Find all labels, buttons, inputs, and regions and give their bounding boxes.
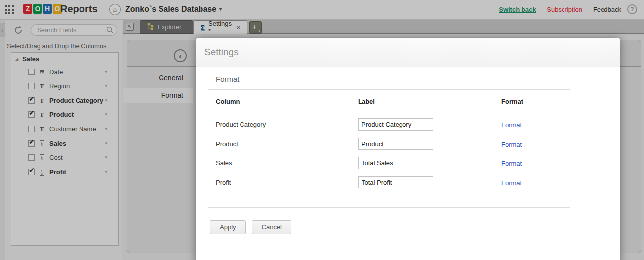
row-label-cell bbox=[358, 138, 501, 150]
format-link[interactable]: Format bbox=[501, 179, 522, 186]
label-input[interactable] bbox=[358, 118, 433, 131]
apply-button[interactable]: Apply bbox=[210, 220, 246, 234]
label-input[interactable] bbox=[358, 138, 433, 150]
label-input[interactable] bbox=[358, 176, 433, 188]
format-link[interactable]: Format bbox=[501, 141, 522, 148]
row-column-name: Product Category bbox=[216, 121, 358, 128]
row-label-cell bbox=[358, 157, 501, 169]
row-label-cell bbox=[358, 118, 501, 131]
divider bbox=[208, 207, 570, 208]
modal-title: Settings bbox=[204, 47, 239, 58]
row-label-cell bbox=[358, 176, 501, 188]
row-format-cell: Format bbox=[501, 178, 581, 187]
format-section-title: Format bbox=[216, 75, 240, 83]
label-input[interactable] bbox=[358, 157, 433, 169]
modal-header: Settings bbox=[196, 38, 620, 67]
format-header: Format bbox=[501, 96, 581, 111]
label-header: Label bbox=[358, 96, 501, 111]
modal-body: Format Column Label Format Product Categ… bbox=[196, 67, 620, 260]
row-format-cell: Format bbox=[501, 140, 581, 149]
row-column-name: Sales bbox=[216, 159, 358, 167]
format-link[interactable]: Format bbox=[501, 160, 522, 167]
format-table: Column Label Format Product Category For… bbox=[216, 96, 581, 192]
format-link[interactable]: Format bbox=[501, 121, 522, 129]
cancel-button[interactable]: Cancel bbox=[252, 220, 291, 234]
column-header: Column bbox=[216, 96, 358, 111]
divider bbox=[208, 89, 570, 90]
row-format-cell: Format bbox=[501, 120, 581, 129]
settings-modal: Settings Format Column Label Format Prod… bbox=[196, 38, 620, 260]
row-column-name: Product bbox=[216, 140, 358, 148]
row-format-cell: Format bbox=[501, 159, 581, 168]
row-column-name: Profit bbox=[216, 179, 358, 186]
